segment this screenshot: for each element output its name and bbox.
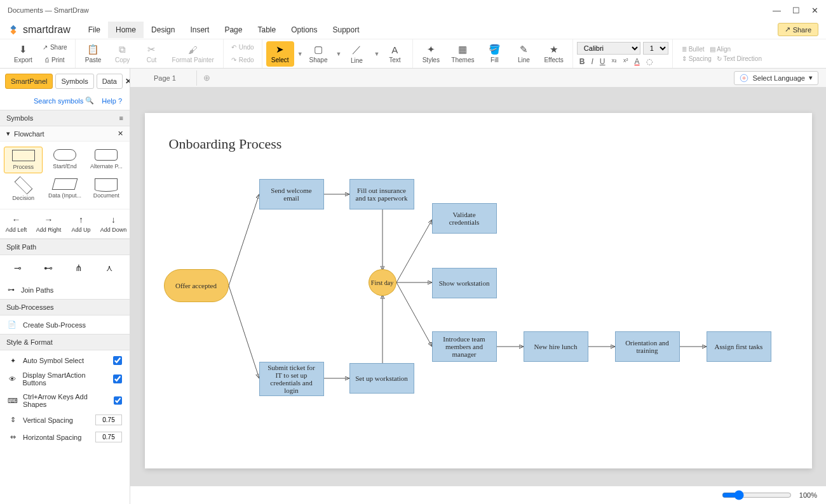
auto-symbol-checkbox[interactable] xyxy=(113,356,122,365)
add-left-button[interactable]: ←Add Left xyxy=(0,209,32,238)
superscript-button[interactable]: x² xyxy=(623,57,628,66)
menu-options[interactable]: Options xyxy=(283,22,325,38)
styles-button[interactable]: ✦Styles xyxy=(417,41,445,67)
display-sa-checkbox[interactable] xyxy=(113,375,122,383)
node-workstation[interactable]: Set up workstation xyxy=(349,363,414,394)
select-tool-button[interactable]: ➤Select xyxy=(266,41,294,67)
search-symbols-link[interactable]: Search symbols 🔍 xyxy=(34,96,94,105)
shape-dropdown[interactable]: ▼ xyxy=(335,51,341,57)
help-link[interactable]: Help ? xyxy=(102,96,122,105)
line-dropdown[interactable]: ▼ xyxy=(374,51,379,57)
font-size-select[interactable]: 10 xyxy=(643,42,668,55)
fill-icon: 🪣 xyxy=(489,44,501,55)
add-right-button[interactable]: →Add Right xyxy=(32,209,65,238)
cut-icon: ✂ xyxy=(147,44,156,55)
node-validate[interactable]: Validate credentials xyxy=(432,203,497,234)
line-tool-button[interactable]: ／Line xyxy=(342,41,370,67)
node-welcome-email[interactable]: Send welcome email xyxy=(259,179,324,209)
node-insurance[interactable]: Fill out insurance and tax paperwork xyxy=(349,179,414,209)
bold-button[interactable]: B xyxy=(579,57,585,66)
vspacing-input[interactable] xyxy=(95,414,122,425)
subscript-button[interactable]: x₂ xyxy=(612,57,618,66)
redo-button[interactable]: ↷Redo xyxy=(227,55,258,66)
menu-page[interactable]: Page xyxy=(217,22,250,38)
line-style-button[interactable]: ✎Line xyxy=(510,41,538,67)
menu-support[interactable]: Support xyxy=(325,22,367,38)
select-dropdown[interactable]: ▼ xyxy=(297,51,303,57)
text-direction-button[interactable]: ↻ Text Direction xyxy=(717,55,762,62)
split-option-4[interactable]: ⋏ xyxy=(97,259,122,277)
shape-decision[interactable]: Decision xyxy=(4,176,43,204)
effects-button[interactable]: ★Effects xyxy=(539,41,568,67)
menu-design[interactable]: Design xyxy=(144,22,182,38)
bullet-button[interactable]: ≣ Bullet xyxy=(682,46,705,53)
node-it-ticket[interactable]: Submit ticket for IT to set up credentia… xyxy=(259,362,324,396)
shape-start-end[interactable]: Start/End xyxy=(45,147,84,173)
split-option-3[interactable]: ⋔ xyxy=(66,259,91,277)
format-painter-button[interactable]: 🖌Format Painter xyxy=(167,41,219,67)
share-button[interactable]: ↗ Share xyxy=(778,23,818,36)
logo[interactable]: smartdraw xyxy=(8,24,71,36)
clear-format-button[interactable]: ◌ xyxy=(646,57,653,66)
shape-data[interactable]: Data (Input... xyxy=(45,176,84,204)
ctrl-arrow-checkbox[interactable] xyxy=(114,396,122,405)
canvas[interactable]: Onboarding Process Offer accepted Send w… xyxy=(145,113,812,468)
node-introduce[interactable]: Introduce team members and manager xyxy=(432,331,497,362)
shape-alternate-process[interactable]: Alternate P... xyxy=(87,147,126,173)
category-flowchart[interactable]: ▾ Flowchart ✕ xyxy=(0,126,130,142)
split-option-1[interactable]: ⊸ xyxy=(5,259,30,277)
menu-insert[interactable]: Insert xyxy=(182,22,217,38)
cut-button[interactable]: ✂Cut xyxy=(138,41,166,67)
add-up-button[interactable]: ↑Add Up xyxy=(65,209,97,238)
shape-process[interactable]: Process xyxy=(4,147,43,173)
diagram-title[interactable]: Onboarding Process xyxy=(169,136,282,152)
print-button[interactable]: ⎙Print xyxy=(39,55,71,66)
copy-button[interactable]: ⧉Copy xyxy=(109,41,137,67)
arrow-left-icon: ← xyxy=(12,215,21,225)
canvas-wrapper[interactable]: Onboarding Process Offer accepted Send w… xyxy=(130,88,826,486)
font-color-button[interactable]: A xyxy=(635,57,640,66)
page-tab-1[interactable]: Page 1 xyxy=(133,70,197,86)
panel-close-button[interactable]: ✕ xyxy=(125,77,130,86)
export-button[interactable]: ⬇Export xyxy=(9,41,37,67)
hspacing-input[interactable] xyxy=(95,432,122,442)
add-down-button[interactable]: ↓Add Down xyxy=(97,209,130,238)
language-selector[interactable]: Select Language ▾ xyxy=(734,71,818,85)
node-offer-accepted[interactable]: Offer accepted xyxy=(164,269,229,302)
shape-tool-button[interactable]: ▢Shape xyxy=(304,41,333,67)
align-button[interactable]: ▤ Align xyxy=(710,46,731,53)
hamburger-icon[interactable]: ≡ xyxy=(119,114,123,122)
data-tab[interactable]: Data xyxy=(97,74,123,89)
themes-button[interactable]: ▦Themes xyxy=(446,41,479,67)
maximize-button[interactable]: ☐ xyxy=(792,6,800,15)
smartpanel-tab[interactable]: SmartPanel xyxy=(5,74,53,89)
underline-button[interactable]: U xyxy=(600,57,606,66)
node-orientation[interactable]: Orientation and training xyxy=(615,331,680,362)
node-show[interactable]: Show workstation xyxy=(432,268,497,298)
zoom-slider[interactable] xyxy=(722,490,792,500)
undo-button[interactable]: ↶Undo xyxy=(227,42,258,53)
italic-button[interactable]: I xyxy=(592,57,593,66)
node-first-day[interactable]: First day xyxy=(369,269,396,296)
split-path-grid: ⊸ ⊷ ⋔ ⋏ xyxy=(0,255,130,281)
category-close-icon[interactable]: ✕ xyxy=(118,129,123,138)
node-lunch[interactable]: New hire lunch xyxy=(524,331,588,362)
minimize-button[interactable]: — xyxy=(773,6,781,15)
fill-button[interactable]: 🪣Fill xyxy=(480,41,508,67)
font-family-select[interactable]: Calibri xyxy=(577,42,640,55)
spacing-button[interactable]: ⇕ Spacing xyxy=(682,55,712,62)
shape-document[interactable]: Document xyxy=(87,176,126,204)
close-button[interactable]: ✕ xyxy=(811,6,818,15)
menu-file[interactable]: File xyxy=(81,22,108,38)
text-tool-button[interactable]: AText xyxy=(381,41,409,67)
menu-table[interactable]: Table xyxy=(250,22,283,38)
node-assign[interactable]: Assign first tasks xyxy=(707,331,771,362)
add-page-button[interactable]: ⊕ xyxy=(203,73,210,83)
symbols-tab[interactable]: Symbols xyxy=(55,74,93,89)
join-paths-button[interactable]: ⊶ Join Paths xyxy=(0,281,130,299)
create-subprocess-button[interactable]: 📄 Create Sub-Process xyxy=(0,315,130,334)
paste-button[interactable]: 📋Paste xyxy=(79,41,107,67)
split-option-2[interactable]: ⊷ xyxy=(36,259,61,277)
menu-home[interactable]: Home xyxy=(108,22,144,38)
share-small-button[interactable]: ↗Share xyxy=(39,42,71,53)
